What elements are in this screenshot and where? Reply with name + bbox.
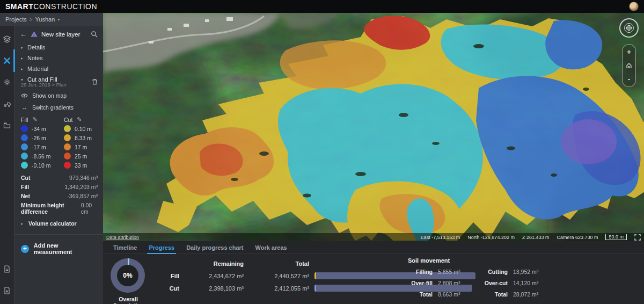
document-export-icon[interactable] xyxy=(0,283,14,299)
north-coordinate: North -126,974.202 m xyxy=(467,235,515,240)
legend-value: -26 m xyxy=(32,135,46,141)
trash-icon[interactable] xyxy=(92,77,98,87)
cut-done-sliver xyxy=(314,285,316,292)
plus-circle-icon: + xyxy=(21,245,29,253)
bottom-panel: Timeline Progress Daily progress chart W… xyxy=(103,241,644,304)
stat-value: 1,349,203 m³ xyxy=(64,184,98,190)
tree-item-notes[interactable]: ▸ Notes xyxy=(14,53,103,63)
home-view-button[interactable] xyxy=(626,62,632,69)
edit-pencil-icon[interactable]: ✎ xyxy=(77,116,82,123)
legend-value: -8.56 m xyxy=(32,153,51,160)
cut-fill-stats: Cut979,346 m³ Fill1,349,203 m³ Net-369,8… xyxy=(14,173,103,216)
color-swatch xyxy=(21,153,28,160)
color-swatch xyxy=(64,153,71,160)
switch-gradients-button[interactable]: ↔ Switch gradients xyxy=(14,102,103,113)
tree-item-cut-and-fill[interactable]: ▾ Cut and Fill xyxy=(14,74,103,83)
breadcrumb-current-project[interactable]: Yushan xyxy=(35,16,55,23)
layer-detail-panel: ← New site layer ▸ Details ▸ Notes ▸ Mat… xyxy=(14,26,103,304)
truck-icon[interactable] xyxy=(0,96,14,112)
add-new-measurement-button[interactable]: + Add new measurement xyxy=(14,235,103,260)
user-avatar[interactable] xyxy=(629,2,639,11)
terrain-render xyxy=(103,13,644,241)
soil-value: 2,808 m³ xyxy=(438,280,472,286)
stat-row-fill: Fill1,349,203 m³ xyxy=(14,182,103,191)
cut-total-value: 2,412,055 m³ xyxy=(249,285,309,292)
chevron-down-icon[interactable]: ▾ xyxy=(57,17,60,22)
zoom-out-button[interactable]: - xyxy=(628,76,630,83)
brand-logo: SMARTCONSTRUCTION xyxy=(5,2,97,11)
stat-value: 0.00 cm xyxy=(81,202,98,215)
left-sidebar: ← New site layer ▸ Details ▸ Notes ▸ Mat… xyxy=(0,26,103,304)
document-report-icon[interactable] xyxy=(0,261,14,277)
fill-done-sliver xyxy=(314,272,316,279)
fill-total-value: 2,440,527 m³ xyxy=(249,273,309,279)
fill-gradient-label: Fill xyxy=(21,117,28,123)
search-icon[interactable] xyxy=(91,31,98,38)
back-arrow-icon[interactable]: ← xyxy=(20,31,27,38)
map-scale-bar: 50.0 m xyxy=(605,234,627,240)
color-swatch xyxy=(64,162,71,169)
app-window: SMARTCONSTRUCTION Projects > Yushan ▾ xyxy=(0,0,644,304)
gear-icon[interactable] xyxy=(0,74,14,90)
cut-fill-date-label: 29 Jun, 2019 > Plan xyxy=(21,82,103,89)
map-status-bar: Data attribution East -7,513.153 m North… xyxy=(103,233,644,241)
color-swatch xyxy=(64,143,71,150)
panel-header: ← New site layer xyxy=(14,26,103,42)
fill-remaining-value: 2,434,672 m³ xyxy=(185,273,244,279)
stat-label: Minimum height difference xyxy=(21,202,81,215)
soil-label: Total xyxy=(408,291,433,298)
tab-daily-progress-chart[interactable]: Daily progress chart xyxy=(180,241,249,254)
tree-item-label: Cut and Fill xyxy=(27,76,57,83)
brand-light: CONSTRUCTION xyxy=(33,2,97,11)
zoom-in-button[interactable]: + xyxy=(627,48,631,55)
gradient-legend: -34 m 0.10 m -26 m 8.33 m -17 m 17 m -8.… xyxy=(14,124,103,170)
chevron-right-icon: ▸ xyxy=(21,45,27,50)
cut-legend-item: 25 m xyxy=(64,151,103,161)
tab-work-areas[interactable]: Work areas xyxy=(250,241,293,254)
layers-icon[interactable] xyxy=(0,31,14,47)
volume-calculator-expander[interactable]: ▸ Volume calculator xyxy=(14,216,103,231)
tab-timeline[interactable]: Timeline xyxy=(107,241,143,254)
legend-value: 0.10 m xyxy=(75,126,92,132)
folder-icon[interactable] xyxy=(0,117,14,133)
legend-value: 8.33 m xyxy=(75,135,92,141)
soil-label: Filling xyxy=(408,269,433,275)
swap-arrows-icon: ↔ xyxy=(21,104,28,111)
icon-rail xyxy=(0,26,14,304)
show-on-map-toggle[interactable]: Show on map xyxy=(14,90,103,101)
color-swatch xyxy=(21,143,28,150)
fullscreen-icon[interactable] xyxy=(634,234,641,241)
tree-item-details[interactable]: ▸ Details xyxy=(14,42,103,53)
color-swatch xyxy=(64,134,71,141)
tree-item-material[interactable]: ▸ Material xyxy=(14,63,103,74)
legend-value: 33 m xyxy=(75,162,87,169)
compass-control[interactable] xyxy=(619,18,639,38)
tab-progress[interactable]: Progress xyxy=(143,241,180,254)
camera-altitude: Camera 623.730 m xyxy=(557,235,598,240)
completion-percent: 0% xyxy=(117,265,138,286)
soil-label: Over-cut xyxy=(478,280,508,286)
stat-label: Net xyxy=(21,193,30,199)
overall-completion-label: Overall Completion xyxy=(103,296,153,304)
legend-value: -34 m xyxy=(32,126,46,132)
show-on-map-label: Show on map xyxy=(32,92,67,99)
chevron-right-icon: ▸ xyxy=(21,221,28,226)
soil-label: Cutting xyxy=(478,269,508,275)
color-swatch xyxy=(21,134,28,141)
color-swatch xyxy=(21,162,28,169)
cut-legend-item: 17 m xyxy=(64,142,103,151)
cut-fill-tool-icon[interactable] xyxy=(0,53,14,69)
map-3d-view[interactable]: + - Data attribution East -7,513.153 m N… xyxy=(103,13,644,241)
switch-gradients-label: Switch gradients xyxy=(32,104,74,111)
breadcrumb-projects[interactable]: Projects xyxy=(5,16,27,23)
row-label-fill: Fill xyxy=(163,273,179,279)
cut-legend-item: 33 m xyxy=(64,161,103,170)
chevron-down-icon: ▾ xyxy=(21,77,27,82)
stat-row-min-height: Minimum height difference0.00 cm xyxy=(14,200,103,216)
data-attribution-link[interactable]: Data attribution xyxy=(106,235,139,240)
soil-movement-panel: Soil movement Filling 5,855 m³ Cutting 1… xyxy=(408,257,558,298)
cut-legend-item: 0.10 m xyxy=(64,124,103,133)
tree-item-label: Details xyxy=(27,44,46,50)
edit-pencil-icon[interactable]: ✎ xyxy=(32,116,37,123)
zoom-control: + - xyxy=(622,44,636,87)
